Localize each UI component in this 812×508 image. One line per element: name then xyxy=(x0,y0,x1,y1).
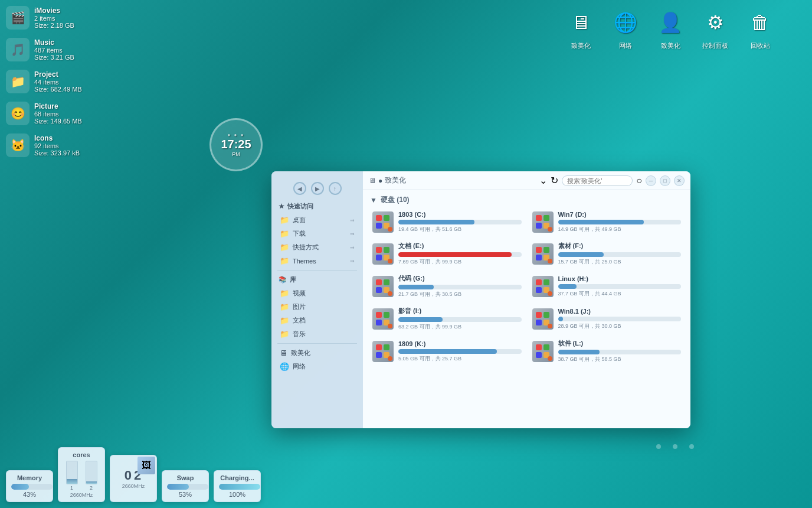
disk-item-1809 (K:)[interactable]: 1809 (K:) 5.05 GB 可用，共 25.7 GB xyxy=(368,336,526,367)
icon-img: 🎵 xyxy=(6,38,30,61)
pin-icon: ⇒ xyxy=(350,231,355,237)
disk-icon xyxy=(532,276,554,297)
file-manager-sidebar: ◀ ▶ ↑ ★ 快速访问 📁 桌面 ⇒ 📁 下载 ⇒ 📁 快捷方式 ⇒ 📁 Th… xyxy=(271,171,363,428)
win-q2 xyxy=(384,247,389,253)
disk-item-Win8.1 (J:)[interactable]: Win8.1 (J:) 28.9 GB 可用，共 30.0 GB xyxy=(528,303,686,334)
sidebar-item-network[interactable]: 🌐 网络 xyxy=(271,360,363,373)
sidebar-item-themes[interactable]: 📁 Themes ⇒ xyxy=(271,254,363,268)
library-icon: 📚 xyxy=(279,276,287,284)
win-q1 xyxy=(376,312,382,318)
disk-item-Win7 (D:)[interactable]: Win7 (D:) 14.9 GB 可用，共 49.9 GB xyxy=(528,207,686,237)
win-q3 xyxy=(376,223,382,229)
top-icon-回收站[interactable]: 🗑 回收站 xyxy=(744,6,777,50)
disk-item-素材 (F:)[interactable]: 素材 (F:) 15.7 GB 可用，共 25.0 GB xyxy=(528,238,686,269)
disk-item-1803 (C:)[interactable]: 1803 (C:) 19.4 GB 可用，共 51.6 GB xyxy=(368,207,526,237)
win-q2 xyxy=(384,312,389,318)
clock-dots: ● ● ● xyxy=(228,132,245,138)
zhimeihua-icon: 🖥 xyxy=(280,349,287,357)
deco-dot-1 xyxy=(656,444,661,449)
sidebar-item-document[interactable]: 📁 文档 xyxy=(271,314,363,327)
disk-item-代码 (G:)[interactable]: 代码 (G:) 21.7 GB 可用，共 30.5 GB xyxy=(368,271,526,302)
win-logo xyxy=(536,344,550,359)
cores-title: cores xyxy=(63,451,100,458)
win-q2 xyxy=(543,215,549,221)
date-d1: 0 xyxy=(125,468,133,483)
icon-detail2: Size: 3.21 GB xyxy=(34,54,74,61)
folder-icon: 📁 xyxy=(280,316,289,325)
disk-item-Linux (H:)[interactable]: Linux (H:) 37.7 GB 可用，共 44.4 GB xyxy=(528,271,686,302)
win-q2 xyxy=(543,344,549,350)
minimize-button[interactable]: ─ xyxy=(646,175,656,186)
top-icon-致美化[interactable]: 🖥 致美化 xyxy=(564,6,597,50)
icon-name: iMovies xyxy=(34,6,74,15)
sidebar-item-zhimeihwa[interactable]: 🖥 致美化 xyxy=(271,346,363,360)
desktop-icon-imovies[interactable]: 🎬 iMovies 2 items Size: 2.18 GB xyxy=(6,6,89,30)
disk-bar-bg xyxy=(398,220,522,224)
sidebar-item-shortcut[interactable]: 📁 快捷方式 ⇒ xyxy=(271,240,363,254)
win-q1 xyxy=(536,215,542,221)
top-icon-img: ⚙ xyxy=(699,6,732,39)
sidebar-nav: ◀ ▶ ↑ xyxy=(271,177,363,200)
search-input[interactable] xyxy=(562,175,633,186)
sidebar-item-desktop[interactable]: 📁 桌面 ⇒ xyxy=(271,213,363,227)
disk-bar-bg xyxy=(398,252,522,257)
search-icon[interactable]: ○ xyxy=(636,175,642,186)
disk-info: 代码 (G:) 21.7 GB 可用，共 30.5 GB xyxy=(398,274,522,298)
disk-bar-bg xyxy=(558,220,682,224)
sidebar-divider-2 xyxy=(277,343,357,344)
disk-bar-bg xyxy=(558,317,682,321)
disk-item-影音 (I:)[interactable]: 影音 (I:) 63.2 GB 可用，共 99.9 GB xyxy=(368,303,526,334)
disk-info: 素材 (F:) 15.7 GB 可用，共 25.0 GB xyxy=(558,242,682,266)
core2-label: 2 xyxy=(90,485,93,491)
file-manager-window: ◀ ▶ ↑ ★ 快速访问 📁 桌面 ⇒ 📁 下载 ⇒ 📁 快捷方式 ⇒ 📁 Th… xyxy=(271,171,690,428)
maximize-button[interactable]: □ xyxy=(660,175,670,186)
desktop-icon-picture[interactable]: 😊 Picture 68 items Size: 149.65 MB xyxy=(6,102,89,125)
close-button[interactable]: ✕ xyxy=(674,175,685,186)
sidebar-item-music[interactable]: 📁 音乐 xyxy=(271,327,363,341)
win-logo xyxy=(376,344,390,359)
clock-period: PM xyxy=(232,151,240,157)
icon-detail1: 68 items xyxy=(34,110,82,118)
desktop-icon-music[interactable]: 🎵 Music 487 items Size: 3.21 GB xyxy=(6,38,89,61)
desktop-icon-icons[interactable]: 🐱 Icons 92 items Size: 323.97 kB xyxy=(6,133,89,157)
win-logo xyxy=(376,312,390,326)
top-icon-控制面板[interactable]: ⚙ 控制面板 xyxy=(699,6,732,50)
sidebar-item-video[interactable]: 📁 视频 xyxy=(271,286,363,300)
nav-forward-button[interactable]: ▶ xyxy=(311,182,324,195)
charging-title: Charging... xyxy=(219,474,256,481)
disk-info: 1803 (C:) 19.4 GB 可用，共 51.6 GB xyxy=(398,211,522,233)
refresh-icon[interactable]: ↻ xyxy=(551,175,558,186)
nav-back-button[interactable]: ◀ xyxy=(293,182,306,195)
memory-widget: Memory 43% xyxy=(6,470,53,502)
desktop-icon-project[interactable]: 📁 Project 44 items Size: 682.49 MB xyxy=(6,70,89,93)
disk-item-软件 (L:)[interactable]: 软件 (L:) 38.7 GB 可用，共 58.5 GB xyxy=(528,336,686,367)
cpu-freq: 2660MHz xyxy=(63,492,100,498)
disk-stats: 14.9 GB 可用，共 49.9 GB xyxy=(558,226,682,233)
win-logo xyxy=(536,247,550,261)
win-q3 xyxy=(536,223,542,229)
memory-bar-bg xyxy=(11,484,53,490)
icon-detail1: 2 items xyxy=(34,15,74,22)
top-icon-网络[interactable]: 🌐 网络 xyxy=(609,6,642,50)
disk-grid: 1803 (C:) 19.4 GB 可用，共 51.6 GB Win7 (D:)… xyxy=(363,207,690,367)
pin-icon: ⇒ xyxy=(350,245,355,250)
icon-detail1: 92 items xyxy=(34,142,80,149)
charging-bar-fill xyxy=(219,484,260,490)
fm-toolbar: 🖥 ● 致美化 ⌄ ↻ ○ ─ □ ✕ xyxy=(363,171,690,190)
sidebar-item-picture[interactable]: 📁 图片 xyxy=(271,300,363,314)
swap-pct: 53% xyxy=(167,491,204,498)
disk-badge xyxy=(548,324,552,328)
top-icon-label: 致美化 xyxy=(661,41,680,50)
sidebar-item-download[interactable]: 📁 下载 ⇒ xyxy=(271,227,363,240)
network-icon: 🌐 xyxy=(280,362,289,371)
star-icon: ★ xyxy=(279,203,284,210)
top-icon-label: 网络 xyxy=(619,41,632,50)
top-icon-致美化[interactable]: 👤 致美化 xyxy=(654,6,687,50)
nav-up-button[interactable]: ↑ xyxy=(329,182,342,195)
disk-name: Linux (H:) xyxy=(558,275,682,282)
disk-stats: 63.2 GB 可用，共 99.9 GB xyxy=(398,323,522,331)
disk-item-文档 (E:)[interactable]: 文档 (E:) 7.69 GB 可用，共 99.9 GB xyxy=(368,238,526,269)
icon-detail2: Size: 323.97 kB xyxy=(34,149,80,157)
disk-badge xyxy=(548,259,552,263)
breadcrumb-current: 致美化 xyxy=(385,175,406,185)
